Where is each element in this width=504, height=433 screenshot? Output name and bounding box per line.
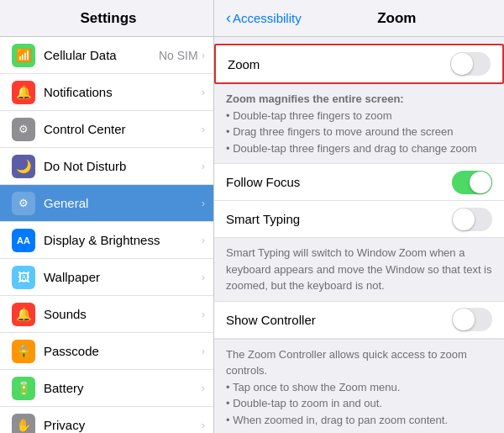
sidebar-item-privacy[interactable]: ✋ Privacy › [0,407,213,433]
chevron-icon: › [202,308,205,320]
show-controller-desc-list: Tap once to show the Zoom menu. Double-t… [226,379,492,429]
smart-typing-description: Smart Typing will switch to Window Zoom … [214,238,504,301]
chevron-icon: › [202,197,205,209]
sidebar-item-cellular[interactable]: 📶 Cellular Data No SIM › [0,37,213,74]
zoom-description: Zoom magnifies the entire screen: Double… [214,84,504,163]
chevron-icon: › [202,234,205,246]
show-controller-desc-item-1: Tap once to show the Zoom menu. [226,379,492,396]
control-center-icon: ⚙ [12,118,35,141]
zoom-row-container: Zoom [214,44,504,84]
smart-typing-toggle-knob [453,209,475,230]
follow-focus-toggle-knob [470,172,491,193]
zoom-desc-item-2: Drag three fingers to move around the sc… [226,124,492,140]
wallpaper-icon: 🖼 [12,266,35,289]
zoom-desc-item-3: Double-tap three fingers and drag to cha… [226,140,492,157]
battery-icon: 🔋 [12,377,35,400]
sidebar-item-passcode-label: Passcode [44,344,202,358]
sidebar-item-wallpaper-label: Wallpaper [44,270,202,284]
sidebar-item-privacy-label: Privacy [44,418,202,432]
zoom-toggle[interactable] [450,52,491,76]
back-button[interactable]: ‹ Accessibility [226,9,302,27]
chevron-icon: › [202,160,205,172]
show-controller-section: Show Controller [214,301,504,340]
chevron-icon: › [202,382,205,394]
sidebar-item-control-center[interactable]: ⚙ Control Center › [0,111,213,148]
zoom-desc-item-1: Double-tap three fingers to zoom [226,108,492,124]
zoom-label: Zoom [228,57,450,71]
show-controller-row: Show Controller [214,302,504,339]
sidebar-item-sounds-label: Sounds [44,307,202,321]
sidebar-item-sounds[interactable]: 🔔 Sounds › [0,296,213,333]
sidebar-item-cellular-label: Cellular Data [44,48,159,62]
sidebar-item-control-center-label: Control Center [44,122,202,136]
chevron-icon: › [202,345,205,357]
sidebar-item-notifications[interactable]: 🔔 Notifications › [0,74,213,111]
nav-title: Zoom [377,10,416,26]
general-icon: ⚙ [12,192,35,215]
sidebar-item-display-label: Display & Brightness [44,233,202,247]
sidebar-title: Settings [80,10,136,27]
sidebar-item-wallpaper[interactable]: 🖼 Wallpaper › [0,259,213,296]
chevron-icon: › [202,123,205,135]
follow-focus-section: Follow Focus Smart Typing [214,163,504,238]
show-controller-toggle-knob [453,309,475,330]
chevron-icon: › [202,419,205,431]
chevron-icon: › [202,49,205,61]
show-controller-description: The Zoom Controller allows quick access … [214,340,504,434]
main-panel: ‹ Accessibility Zoom Zoom Zoom magnifies… [214,0,504,433]
follow-focus-toggle[interactable] [452,171,492,194]
zoom-row: Zoom [216,45,502,82]
settings-sidebar: Settings 📶 Cellular Data No SIM › 🔔 Noti… [0,0,214,433]
zoom-toggle-knob [451,53,473,75]
sidebar-header: Settings [0,0,213,37]
sidebar-item-battery-label: Battery [44,381,202,395]
privacy-icon: ✋ [12,414,35,434]
show-controller-desc-item-3: When zoomed in, drag to pan zoom content… [226,412,492,429]
cellular-value: No SIM [159,49,198,62]
back-label: Accessibility [233,11,302,25]
sidebar-item-do-not-disturb-label: Do Not Disturb [44,159,202,173]
zoom-desc-heading: Zoom magnifies the entire screen: [226,92,404,105]
follow-focus-label: Follow Focus [226,175,452,189]
chevron-icon: › [202,271,205,283]
smart-typing-toggle[interactable] [452,208,492,231]
do-not-disturb-icon: 🌙 [12,155,35,178]
notifications-icon: 🔔 [12,81,35,104]
smart-typing-row: Smart Typing [214,201,504,238]
sidebar-item-passcode[interactable]: 🔒 Passcode › [0,333,213,370]
smart-typing-label: Smart Typing [226,212,452,226]
sidebar-item-display[interactable]: AA Display & Brightness › [0,222,213,259]
back-chevron-icon: ‹ [226,9,231,27]
cellular-icon: 📶 [12,44,35,67]
sidebar-item-general-label: General [44,196,202,210]
follow-focus-row: Follow Focus [214,164,504,201]
sidebar-item-battery[interactable]: 🔋 Battery › [0,370,213,407]
display-icon: AA [12,229,35,252]
navigation-bar: ‹ Accessibility Zoom [214,0,504,37]
sounds-icon: 🔔 [12,303,35,326]
smart-typing-desc-text: Smart Typing will switch to Window Zoom … [226,245,492,294]
chevron-icon: › [202,86,205,98]
passcode-icon: 🔒 [12,340,35,363]
sidebar-item-notifications-label: Notifications [44,85,202,99]
sidebar-item-do-not-disturb[interactable]: 🌙 Do Not Disturb › [0,148,213,185]
show-controller-toggle[interactable] [452,308,492,331]
zoom-desc-list: Double-tap three fingers to zoom Drag th… [226,108,492,157]
show-controller-desc-heading: The Zoom Controller allows quick access … [226,348,467,378]
sidebar-item-general[interactable]: ⚙ General › [0,185,213,222]
show-controller-label: Show Controller [226,313,452,327]
show-controller-desc-item-2: Double-tap to zoom in and out. [226,395,492,412]
